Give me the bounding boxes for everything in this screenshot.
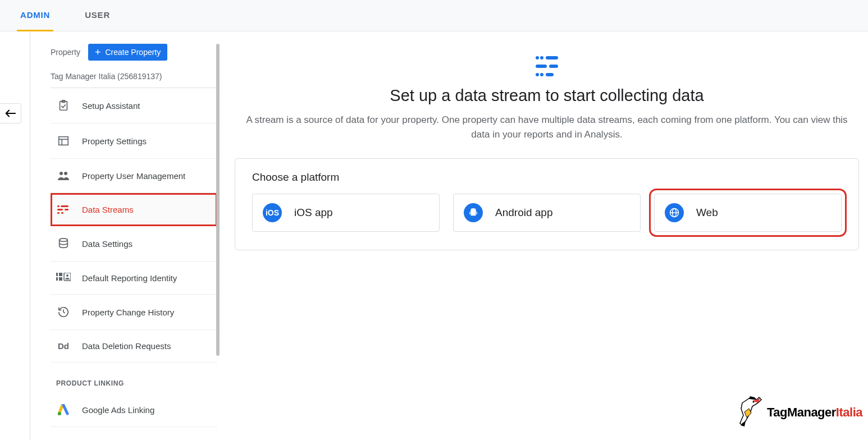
nav-label: Setup Assistant xyxy=(82,101,140,111)
svg-rect-16 xyxy=(56,277,58,281)
svg-rect-30 xyxy=(469,212,470,214)
history-icon xyxy=(56,306,71,318)
layout-icon xyxy=(56,135,71,147)
brand-logo: TagManagerItalia xyxy=(738,396,862,429)
svg-point-26 xyxy=(536,73,539,76)
nav-label: Data Settings xyxy=(82,239,133,249)
svg-rect-15 xyxy=(59,273,62,276)
svg-rect-14 xyxy=(56,273,58,276)
svg-point-21 xyxy=(536,56,539,59)
svg-rect-24 xyxy=(536,65,547,68)
nav-label: Data Deletion Requests xyxy=(82,341,171,351)
platform-label: Web xyxy=(696,207,718,219)
svg-rect-28 xyxy=(546,73,554,76)
platform-heading: Choose a platform xyxy=(252,171,842,184)
sidebar-item-setup-assistant[interactable]: Setup Assistant xyxy=(51,88,217,123)
svg-rect-2 xyxy=(59,137,68,145)
sidebar-item-data-streams[interactable]: Data Streams xyxy=(51,193,217,226)
svg-point-35 xyxy=(752,401,754,403)
sidebar-item-data-settings[interactable]: Data Settings xyxy=(51,226,217,262)
sidebar-item-change-history[interactable]: Property Change History xyxy=(51,295,217,330)
sidebar-item-property-settings[interactable]: Property Settings xyxy=(51,123,217,159)
nav-label: Property Change History xyxy=(82,308,174,317)
svg-rect-25 xyxy=(549,65,558,68)
top-tabs: ADMIN USER xyxy=(0,0,868,31)
svg-point-6 xyxy=(64,172,67,175)
brand-text: TagManagerItalia xyxy=(767,405,862,420)
sidebar: Property + Create Property Tag Manager I… xyxy=(0,31,220,440)
tab-user[interactable]: USER xyxy=(81,0,113,31)
svg-rect-9 xyxy=(57,209,63,210)
create-property-button[interactable]: + Create Property xyxy=(88,44,167,61)
main-content: Set up a data stream to start collecting… xyxy=(220,31,868,440)
nav-label: Default Reporting Identity xyxy=(82,273,177,283)
nav-label: Property User Management xyxy=(82,171,185,181)
sidebar-item-google-ads-linking[interactable]: Google Ads Linking xyxy=(51,393,217,427)
google-ads-icon xyxy=(56,404,71,415)
property-name: Tag Manager Italia (256819137) xyxy=(51,66,217,88)
platform-option-android[interactable]: Android app xyxy=(453,194,641,232)
svg-rect-10 xyxy=(65,209,68,210)
globe-icon xyxy=(665,203,684,222)
android-icon xyxy=(464,203,483,222)
svg-point-20 xyxy=(58,412,61,415)
woodpecker-icon xyxy=(738,396,764,429)
platform-card: Choose a platform iOS iOS app Android ap… xyxy=(235,158,859,250)
svg-point-22 xyxy=(540,56,543,59)
svg-rect-12 xyxy=(61,212,63,214)
data-stream-icon xyxy=(56,204,71,214)
nav-label: Google Ads Linking xyxy=(82,405,154,415)
svg-point-13 xyxy=(60,239,68,242)
create-property-label: Create Property xyxy=(105,48,161,57)
property-label: Property xyxy=(51,48,80,57)
nav-label: Data Streams xyxy=(82,205,134,214)
tab-admin[interactable]: ADMIN xyxy=(17,0,53,31)
product-linking-header: PRODUCT LINKING xyxy=(51,363,217,393)
svg-rect-17 xyxy=(59,277,62,281)
svg-rect-11 xyxy=(57,212,60,214)
data-stream-hero-icon xyxy=(534,55,559,77)
users-icon xyxy=(56,170,71,181)
nav-label: Property Settings xyxy=(82,136,147,146)
svg-rect-31 xyxy=(476,212,477,214)
platform-option-web[interactable]: Web xyxy=(654,194,842,232)
database-icon xyxy=(56,237,71,250)
svg-rect-23 xyxy=(546,56,558,59)
clipboard-check-icon xyxy=(56,99,71,112)
platform-option-ios[interactable]: iOS iOS app xyxy=(252,194,440,232)
svg-point-19 xyxy=(66,274,68,277)
dd-icon: Dd xyxy=(56,341,71,351)
page-subtitle: A stream is a source of data for your pr… xyxy=(238,113,856,143)
svg-rect-8 xyxy=(61,205,68,207)
svg-rect-7 xyxy=(57,205,60,207)
sidebar-item-user-management[interactable]: Property User Management xyxy=(51,159,217,193)
svg-point-5 xyxy=(60,172,63,175)
identity-icon xyxy=(56,273,71,283)
platform-label: iOS app xyxy=(294,207,333,219)
page-title: Set up a data stream to start collecting… xyxy=(235,86,859,105)
plus-icon: + xyxy=(95,48,101,56)
svg-point-27 xyxy=(540,73,543,76)
platform-label: Android app xyxy=(495,207,552,219)
sidebar-item-data-deletion[interactable]: Dd Data Deletion Requests xyxy=(51,330,217,363)
svg-rect-29 xyxy=(471,211,476,216)
ios-icon: iOS xyxy=(263,203,282,222)
scrollbar[interactable] xyxy=(216,44,220,356)
sidebar-item-reporting-identity[interactable]: Default Reporting Identity xyxy=(51,262,217,295)
